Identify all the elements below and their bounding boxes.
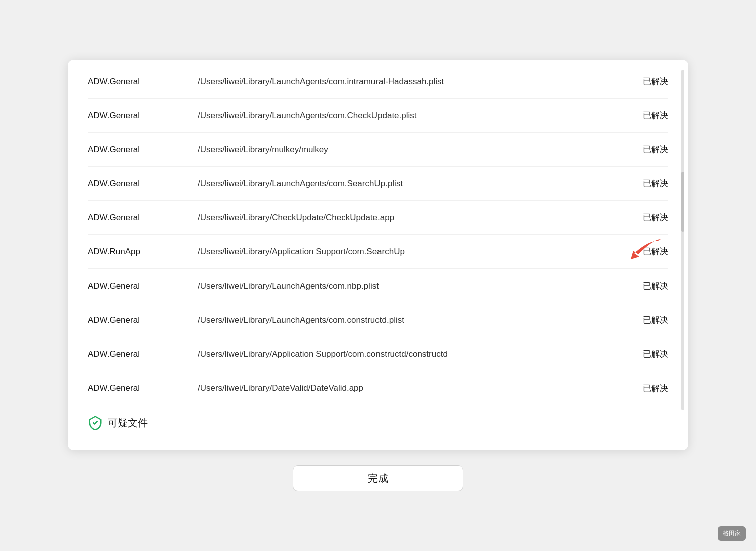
table-row: ADW.General/Users/liwei/Library/LaunchAg… [88,269,668,303]
main-panel: ADW.General/Users/liwei/Library/LaunchAg… [68,60,688,450]
type-cell: ADW.General [88,315,198,325]
table-row: ADW.General/Users/liwei/Library/LaunchAg… [88,99,668,133]
path-cell: /Users/liwei/Library/LaunchAgents/com.Ch… [198,111,618,121]
table-row: ADW.General/Users/liwei/Library/CheckUpd… [88,201,668,235]
table-row: ADW.General/Users/liwei/Library/LaunchAg… [88,303,668,337]
arrow-annotation-icon [623,237,663,262]
status-cell: 已解决 [618,280,668,292]
suspicious-label: 可疑文件 [108,416,148,430]
bottom-bar: 完成 [293,465,463,491]
type-cell: ADW.General [88,281,198,291]
table-row: ADW.RunApp/Users/liwei/Library/Applicati… [88,235,668,269]
path-cell: /Users/liwei/Library/LaunchAgents/com.Se… [198,179,618,189]
type-cell: ADW.General [88,179,198,189]
path-cell: /Users/liwei/Library/LaunchAgents/com.co… [198,315,618,325]
status-cell: 已解决 [618,76,668,87]
file-table: ADW.General/Users/liwei/Library/LaunchAg… [68,65,688,405]
path-cell: /Users/liwei/Library/Application Support… [198,349,618,359]
status-cell: 已解决 [618,314,668,326]
status-cell: 已解决 [618,144,668,155]
status-cell: 已解决 [618,383,668,394]
shield-check-icon [88,415,103,430]
scrollbar[interactable] [681,70,684,410]
type-cell: ADW.General [88,77,198,87]
type-cell: ADW.General [88,383,198,393]
status-cell: 已解决 [618,110,668,121]
path-cell: /Users/liwei/Library/Application Support… [198,247,618,257]
watermark: 格田家 [718,526,746,541]
type-cell: ADW.General [88,349,198,359]
status-cell: 已解决 [618,212,668,223]
type-cell: ADW.General [88,111,198,121]
table-row: ADW.General/Users/liwei/Library/DateVali… [88,371,668,405]
path-cell: /Users/liwei/Library/DateValid/DateValid… [198,383,618,393]
status-cell: 已解决 [618,178,668,189]
path-cell: /Users/liwei/Library/mulkey/mulkey [198,145,618,155]
type-cell: ADW.RunApp [88,247,198,257]
path-cell: /Users/liwei/Library/CheckUpdate/CheckUp… [198,213,618,223]
table-row: ADW.General/Users/liwei/Library/mulkey/m… [88,133,668,167]
table-row: ADW.General/Users/liwei/Library/LaunchAg… [88,167,668,201]
path-cell: /Users/liwei/Library/LaunchAgents/com.in… [198,77,618,87]
type-cell: ADW.General [88,213,198,223]
scrollbar-thumb[interactable] [681,172,684,232]
suspicious-section: 可疑文件 [68,405,688,435]
table-row: ADW.General/Users/liwei/Library/LaunchAg… [88,65,668,99]
type-cell: ADW.General [88,145,198,155]
status-cell: 已解决 [618,348,668,360]
done-button[interactable]: 完成 [293,465,463,491]
path-cell: /Users/liwei/Library/LaunchAgents/com.nb… [198,281,618,291]
table-row: ADW.General/Users/liwei/Library/Applicat… [88,337,668,371]
